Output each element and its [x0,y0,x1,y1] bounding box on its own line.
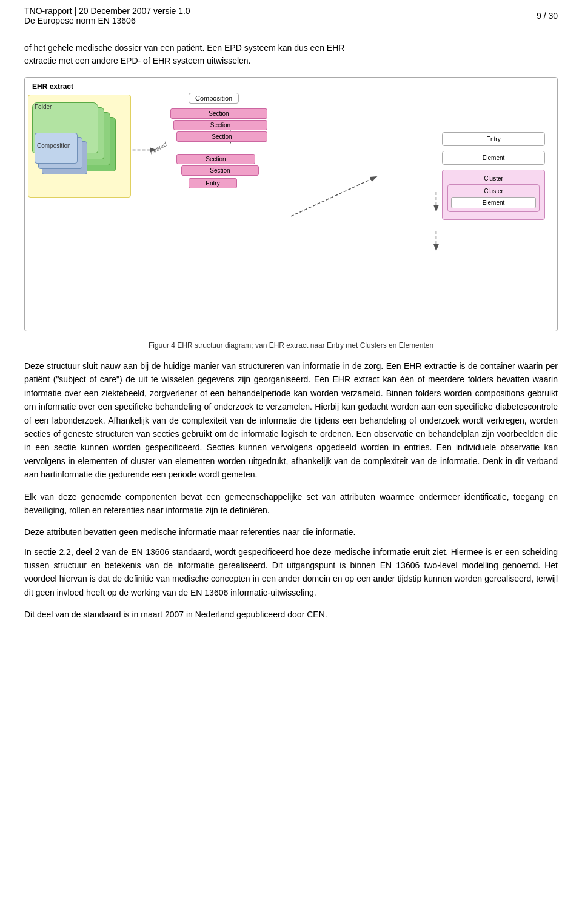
svg-line-2 [291,177,376,216]
composition-area: Composition Section Section Section nest… [146,93,292,188]
intro-line2: extractie met een andere EPD- of EHR sys… [24,56,251,65]
body-text-underline: geen [119,527,138,537]
folder-label: Folder [35,104,52,110]
element-label-right: Element [447,155,540,161]
cluster-inner-box: Cluster Element [447,184,540,212]
figure-caption: Figuur 4 EHR structuur diagram; van EHR … [24,341,558,350]
ehr-diagram: EHR extract [24,77,558,331]
body-paragraph-4: In sectie 2.2, deel 2 van de EN 13606 st… [24,545,558,600]
header-page-number: 9 / 30 [537,11,558,21]
entry-box-right: Entry [442,132,545,146]
nested-label: nested [149,141,168,156]
section-nested-2: Section [181,165,259,176]
body-paragraph-2: Elk van deze genoemde componenten bevat … [24,490,558,517]
body-text-5: Dit deel van de standaard is in maart 20… [24,610,327,619]
cluster-label-outer: Cluster [447,175,540,182]
folder-stack-area: Folder Composition [31,99,128,199]
element-in-cluster: Element [451,197,536,208]
body-paragraph-5: Dit deel van de standaard is in maart 20… [24,608,558,621]
composition-in-folder-label: Composition [37,142,71,149]
body-text-1: Deze structuur sluit nauw aan bij de hui… [24,361,558,479]
body-text-2: Elk van deze genoemde componenten bevat … [24,492,558,515]
section-nested-1: Section [176,154,255,164]
page: TNO-rapport | 20 December 2007 versie 1.… [0,0,582,622]
body-paragraph-1: Deze structuur sluit nauw aan bij de hui… [24,359,558,482]
body-text-4: In sectie 2.2, deel 2 van de EN 13606 st… [24,547,558,597]
body-paragraph-3: Deze attributen bevatten geen medische i… [24,525,558,539]
section-1: Section [170,108,267,119]
entry-label-right: Entry [447,136,540,142]
section-2: Section [173,120,267,130]
ehr-extract-label: EHR extract [32,82,73,91]
cluster-outer-box: Cluster Cluster Element [442,170,545,220]
body-text-3-post: medische informatie maar referenties naa… [138,527,356,537]
intro-line1: of het gehele medische dossier van een p… [24,43,344,53]
element-box-right: Element [442,151,545,165]
page-header: TNO-rapport | 20 December 2007 versie 1.… [24,0,558,32]
section-3: Section [176,131,267,142]
header-subtitle: De Europese norm EN 13606 [24,16,190,25]
body-text-3-pre: Deze attributen bevatten [24,527,119,537]
header-title: TNO-rapport | 20 December 2007 versie 1.… [24,6,190,16]
composition-title-box: Composition [189,93,239,104]
cluster-inner-label: Cluster [451,188,536,194]
header-left: TNO-rapport | 20 December 2007 versie 1.… [24,6,190,25]
intro-paragraph: of het gehele medische dossier van een p… [24,42,558,67]
right-ehr-structure: Entry Element Cluster Cluster Element [442,132,545,224]
entry-in-composition: Entry [189,178,237,188]
